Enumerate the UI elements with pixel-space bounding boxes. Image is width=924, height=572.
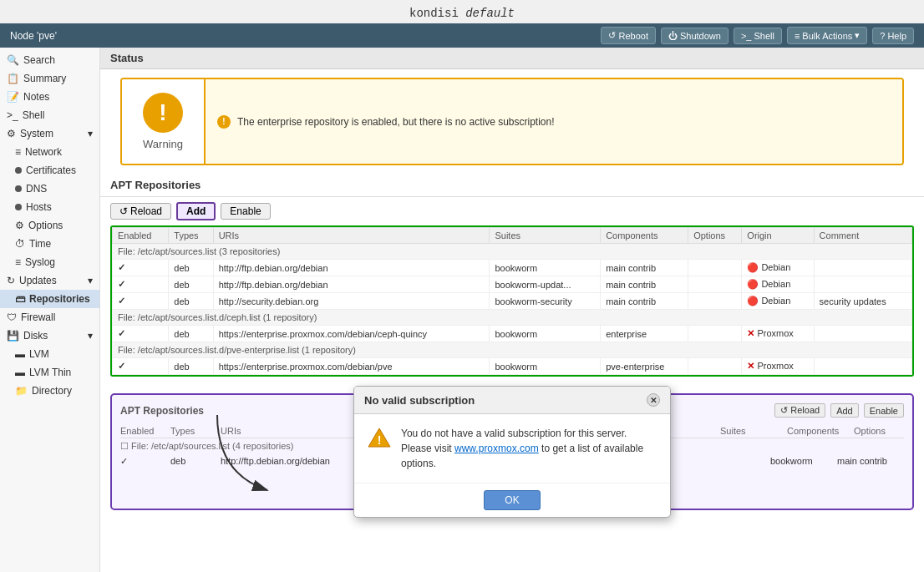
origin: 🔴 Debian — [742, 293, 814, 310]
notes-icon: 📝 — [7, 91, 19, 103]
add-button[interactable]: Add — [176, 202, 216, 220]
hosts-icon — [15, 201, 22, 213]
col-enabled: Enabled — [113, 228, 169, 244]
repo-icon: 🗃 — [15, 293, 25, 305]
options — [688, 276, 742, 293]
suite: bookworm — [490, 358, 601, 375]
syslog-icon: ≡ — [15, 256, 21, 268]
modal-close-button[interactable]: ✕ — [647, 393, 660, 407]
modal-overlay: No valid subscription ✕ ! Yo — [112, 395, 912, 509]
col-suites: Suites — [490, 228, 601, 244]
modal-warn-icon: ! — [368, 426, 391, 449]
file-label-2: File: /etc/apt/sources.list.d/ceph.list … — [113, 310, 912, 326]
warning-circle-icon: ! — [143, 93, 183, 133]
sidebar-item-search[interactable]: 🔍 Search — [0, 51, 99, 69]
sidebar-item-updates[interactable]: ↻ Updates ▾ — [0, 271, 99, 290]
sidebar-item-dns[interactable]: DNS — [0, 180, 99, 198]
suite: bookworm-updat... — [490, 276, 601, 293]
cert-icon — [15, 165, 22, 176]
table-row: ✓ deb https://enterprise.proxmox.com/deb… — [113, 358, 912, 375]
origin: ✕ Proxmox — [742, 326, 814, 342]
enabled-check: ✓ — [113, 276, 169, 293]
svg-text:!: ! — [378, 433, 382, 447]
modal-text: You do not have a valid subscription for… — [401, 426, 657, 471]
col-types: Types — [169, 228, 213, 244]
suite: bookworm — [490, 326, 601, 342]
sidebar-item-network[interactable]: ≡ Network — [0, 143, 99, 161]
shell-button[interactable]: >_ Shell — [734, 28, 782, 44]
top-bar-buttons: ↺ Reboot ⏻ Shutdown >_ Shell ≡ Bulk Acti… — [601, 27, 914, 44]
directory-icon: 📁 — [15, 385, 28, 397]
repo-toolbar: ↺ Reload Add Enable — [100, 197, 924, 225]
content-area: Status ! Warning ! The enterprise reposi… — [100, 48, 924, 572]
file-row-2: File: /etc/apt/sources.list.d/ceph.list … — [113, 310, 912, 326]
reload-icon: ↺ — [119, 205, 128, 217]
components: enterprise — [601, 326, 688, 342]
comment — [814, 260, 911, 276]
dns-icon — [15, 183, 22, 195]
sidebar-item-time[interactable]: ⏱ Time — [0, 235, 99, 253]
modal-footer: OK — [354, 483, 670, 517]
sidebar-item-shell[interactable]: >_ Shell — [0, 106, 99, 124]
type: deb — [169, 276, 213, 293]
options — [688, 358, 742, 375]
system-icon: ⚙ — [7, 128, 16, 139]
table-row: ✓ deb http://security.debian.org bookwor… — [113, 293, 912, 310]
warning-section: ! Warning ! The enterprise repository is… — [110, 78, 914, 165]
apt-repos-header: APT Repositories — [100, 174, 924, 197]
warning-msg-icon: ! — [217, 115, 231, 129]
lvmthin-icon: ▬ — [15, 367, 25, 378]
suite: bookworm — [490, 260, 601, 276]
sidebar-item-disks[interactable]: 💾 Disks ▾ — [0, 326, 99, 345]
reload-button[interactable]: ↺ Reload — [110, 203, 171, 220]
sidebar-item-directory[interactable]: 📁 Directory — [0, 382, 99, 400]
sidebar-item-lvm[interactable]: ▬ LVM — [0, 345, 99, 363]
suite: bookworm-security — [490, 293, 601, 310]
network-icon: ≡ — [15, 146, 21, 158]
content-wrapper: Status ! Warning ! The enterprise reposi… — [100, 48, 924, 510]
uri: http://ftp.debian.org/debian — [213, 276, 490, 293]
bulk-actions-button[interactable]: ≡ Bulk Actions ▾ — [787, 27, 867, 44]
warning-text: The enterprise repository is enabled, bu… — [237, 116, 555, 128]
sidebar-item-lvmthin[interactable]: ▬ LVM Thin — [0, 363, 99, 382]
sidebar-item-firewall[interactable]: 🛡 Firewall — [0, 308, 99, 326]
sidebar-item-summary[interactable]: 📋 Summary — [0, 69, 99, 88]
sidebar-item-options[interactable]: ⚙ Options — [0, 216, 99, 235]
reboot-button[interactable]: ↺ Reboot — [601, 27, 655, 44]
type: deb — [169, 358, 213, 375]
time-icon: ⏱ — [15, 238, 25, 250]
repo-table: Enabled Types URIs Suites Components Opt… — [112, 227, 912, 375]
sidebar-item-notes[interactable]: 📝 Notes — [0, 88, 99, 106]
updates-icon: ↻ — [7, 275, 15, 286]
search-icon: 🔍 — [7, 54, 19, 66]
enabled-check: ✓ — [113, 326, 169, 342]
subscription-modal: No valid subscription ✕ ! Yo — [353, 386, 671, 518]
bottom-dialog-area: APT Repositories ↺ Reload Add Enable Ena… — [110, 393, 914, 510]
modal-header: No valid subscription ✕ — [354, 387, 670, 414]
table-row: ✓ deb https://enterprise.proxmox.com/deb… — [113, 326, 912, 342]
sidebar-item-syslog[interactable]: ≡ Syslog — [0, 253, 99, 271]
enabled-check: ✓ — [113, 358, 169, 375]
ok-button[interactable]: OK — [484, 490, 540, 510]
proxmox-link[interactable]: www.proxmox.com — [454, 443, 539, 454]
warning-message: ! The enterprise repository is enabled, … — [206, 79, 902, 164]
components: pve-enterprise — [601, 358, 688, 375]
uri: http://ftp.debian.org/debian — [213, 260, 490, 276]
components: main contrib — [601, 260, 688, 276]
sidebar-item-certificates[interactable]: Certificates — [0, 161, 99, 180]
options — [688, 326, 742, 342]
enable-button[interactable]: Enable — [221, 203, 270, 220]
sidebar-item-hosts[interactable]: Hosts — [0, 198, 99, 216]
shell-icon: >_ — [7, 109, 18, 121]
origin: 🔴 Debian — [742, 260, 814, 276]
modal-body: ! You do not have a valid subscription f… — [354, 414, 670, 483]
col-options: Options — [688, 228, 742, 244]
sidebar-item-repositories[interactable]: 🗃 Repositories — [0, 290, 99, 308]
shutdown-button[interactable]: ⏻ Shutdown — [661, 28, 729, 44]
type: deb — [169, 293, 213, 310]
type: deb — [169, 326, 213, 342]
help-button[interactable]: ? Help — [872, 28, 914, 44]
sidebar-item-system[interactable]: ⚙ System ▾ — [0, 124, 99, 143]
table-row: ✓ deb http://ftp.debian.org/debian bookw… — [113, 260, 912, 276]
options-icon: ⚙ — [15, 220, 24, 231]
